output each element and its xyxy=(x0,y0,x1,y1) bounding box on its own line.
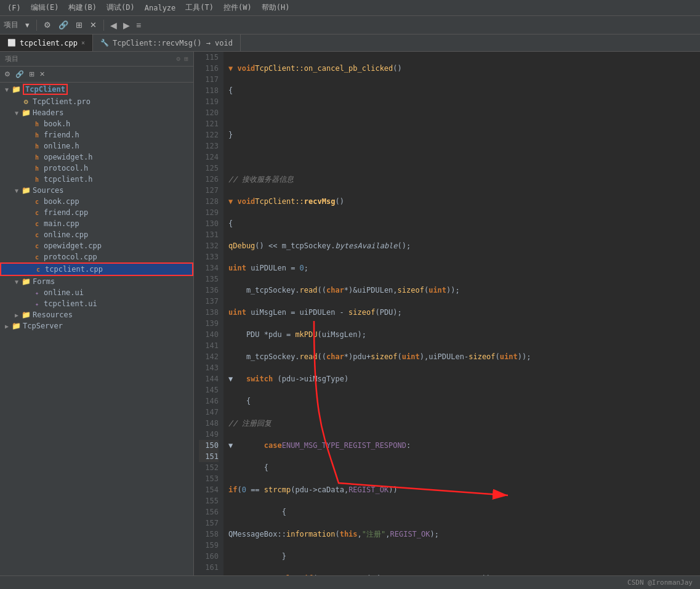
sidebar-collapse-btn[interactable]: ✕ xyxy=(38,70,47,79)
menu-help[interactable]: 帮助(H) xyxy=(257,1,295,14)
tree-label-tcpclient-h: tcpclient.h xyxy=(44,175,92,184)
code-editor[interactable]: 115 116 117 118 119 120 121 122 123 124 … xyxy=(194,52,700,575)
tree-icon-book-h: h xyxy=(32,121,42,128)
sidebar-filter-btn[interactable]: ⚙ xyxy=(2,70,12,79)
code-line-127: PDU *pdu = mkPDU(uiMsgLen); xyxy=(228,329,695,340)
tree-label-book-cpp: book.cpp xyxy=(44,197,79,206)
tree-item-sources[interactable]: ▼ 📁 Sources xyxy=(0,185,193,196)
tree-item-opewidget-cpp[interactable]: c opewidget.cpp xyxy=(0,240,193,251)
tree-icon-pro: ⚙ xyxy=(21,97,31,106)
tree-icon-tcpserver: 📁 xyxy=(11,322,21,330)
tree-icon-tcpclient-cpp: c xyxy=(33,266,43,273)
tree-arrow-tcpserver: ▶ xyxy=(2,323,11,330)
tree-label-friend-h: friend.h xyxy=(44,131,79,139)
tree-icon-tcpclient: 📁 xyxy=(11,85,21,94)
menu-debug[interactable]: 调试(D) xyxy=(102,1,140,14)
toolbar-grid-btn[interactable]: ⊞ xyxy=(73,19,86,31)
code-line-129: ▼ switch (pdu->uiMsgType) xyxy=(228,373,695,384)
tree-arrow-forms: ▼ xyxy=(12,278,21,285)
toolbar-dropdown-btn[interactable]: ▾ xyxy=(22,19,33,31)
nav-list-btn[interactable]: ≡ xyxy=(134,20,143,30)
code-line-120: // 接收服务器信息 xyxy=(228,174,695,185)
tree-item-online-cpp[interactable]: c online.cpp xyxy=(0,229,193,240)
tree-label-tcpclient: TcpClient xyxy=(23,84,68,95)
sidebar-header: 项目 ⚙ ⊞ xyxy=(0,52,193,67)
code-line-137: } xyxy=(228,551,695,562)
sidebar-header-icons: ⚙ ⊞ xyxy=(176,55,188,63)
tree-icon-online-h: h xyxy=(32,143,42,150)
tree-item-headers[interactable]: ▼ 📁 Headers xyxy=(0,107,193,118)
statusbar-text: CSDN @IronmanJay xyxy=(627,579,693,587)
tree-item-online-h[interactable]: h online.h xyxy=(0,140,193,152)
tree-item-tcpclient-h[interactable]: h tcpclient.h xyxy=(0,174,193,185)
tree-item-tcpclient-pro[interactable]: ⚙ TcpClient.pro xyxy=(0,96,193,107)
toolbar: 项目 ▾ ⚙ 🔗 ⊞ ✕ ◀ ▶ ≡ xyxy=(0,16,700,35)
toolbar-close-btn[interactable]: ✕ xyxy=(87,19,100,31)
toolbar-filter-btn[interactable]: ⚙ xyxy=(41,19,54,31)
tree-label-opewidget-h: opewidget.h xyxy=(44,153,92,161)
tab-recvmsg[interactable]: 🔧 TcpClient::recvMsg() → void xyxy=(93,35,241,51)
tab-tcpclient-cpp[interactable]: ⬜ tcpclient.cpp × xyxy=(0,35,93,51)
code-line-118: } xyxy=(228,129,695,140)
tree-label-online-h: online.h xyxy=(44,142,79,150)
tree-item-forms[interactable]: ▼ 📁 Forms xyxy=(0,276,193,287)
nav-next-btn[interactable]: ▶ xyxy=(121,20,132,30)
code-line-124: uint uiPDULen = 0; xyxy=(228,262,695,274)
tree-item-protocol-cpp[interactable]: c protocol.cpp xyxy=(0,251,193,262)
project-label: 项目 xyxy=(4,20,18,30)
tree-label-online-ui: online.ui xyxy=(44,288,84,297)
tree-item-tcpclient[interactable]: ▼ 📁 TcpClient xyxy=(0,83,193,96)
line-numbers: 115 116 117 118 119 120 121 122 123 124 … xyxy=(194,52,223,575)
tree-icon-tcpclient-h: h xyxy=(32,176,42,183)
menu-controls[interactable]: 控件(W) xyxy=(219,1,257,14)
tab-func-icon: 🔧 xyxy=(100,39,109,47)
tree-label-tcpserver: TcpServer xyxy=(23,322,63,330)
tree-item-book-h[interactable]: h book.h xyxy=(0,118,193,129)
menu-build[interactable]: 构建(B) xyxy=(63,1,102,14)
sidebar-toolbar: ⚙ 🔗 ⊞ ✕ xyxy=(0,67,193,83)
menu-file[interactable]: (F) xyxy=(2,2,26,14)
tree-item-tcpclient-cpp[interactable]: c tcpclient.cpp xyxy=(0,262,193,276)
sidebar-sync-btn[interactable]: 🔗 xyxy=(14,70,26,79)
menu-tools[interactable]: 工具(T) xyxy=(180,1,219,14)
code-line-132: ▼ case ENUM_MSG_TYPE_REGIST_RESPOND: xyxy=(228,440,695,451)
code-line-136: QMessageBox::information(this,"注册",REGIS… xyxy=(228,529,695,540)
menu-analyze[interactable]: Analyze xyxy=(140,2,181,14)
code-line-126: uint uiMsgLen = uiPDULen - sizeof(PDU); xyxy=(228,307,695,318)
tree-arrow-tcpclient: ▼ xyxy=(2,86,11,93)
tree-label-book-h: book.h xyxy=(44,120,70,128)
tree-arrow-headers: ▼ xyxy=(12,110,21,116)
tree-item-resources[interactable]: ▶ 📁 Resources xyxy=(0,309,193,320)
tree-item-tcpclient-ui[interactable]: ✦ tcpclient.ui xyxy=(0,298,193,309)
code-line-131: // 注册回复 xyxy=(228,418,695,429)
sidebar-expand-btn[interactable]: ⊞ xyxy=(27,70,36,79)
tree-label-tcpclient-ui: tcpclient.ui xyxy=(44,299,97,308)
code-line-121: ▼ void TcpClient::recvMsg() xyxy=(228,196,695,207)
tree-label-online-cpp: online.cpp xyxy=(44,230,88,239)
tree-icon-opewidget-cpp: c xyxy=(32,243,42,250)
code-line-133: { xyxy=(228,462,695,473)
toolbar-link-btn[interactable]: 🔗 xyxy=(55,19,71,31)
tree-item-book-cpp[interactable]: c book.cpp xyxy=(0,196,193,207)
tree-item-friend-h[interactable]: h friend.h xyxy=(0,129,193,140)
tree-item-opewidget-h[interactable]: h opewidget.h xyxy=(0,152,193,163)
menu-edit[interactable]: 编辑(E) xyxy=(26,1,64,14)
tree-item-protocol-h[interactable]: h protocol.h xyxy=(0,163,193,174)
code-line-138: ▼ else if(0 == strcmp(pdu->caData,REGIST… xyxy=(228,573,695,575)
tree-item-tcpserver[interactable]: ▶ 📁 TcpServer xyxy=(0,320,193,331)
tree-item-main-cpp[interactable]: c main.cpp xyxy=(0,218,193,229)
tree-icon-opewidget-h: h xyxy=(32,154,42,161)
tree-item-friend-cpp[interactable]: c friend.cpp xyxy=(0,207,193,218)
nav-prev-btn[interactable]: ◀ xyxy=(108,20,119,30)
tree-icon-tcpclient-ui: ✦ xyxy=(32,301,42,307)
tree-label-resources: Resources xyxy=(33,311,73,319)
tree-item-online-ui[interactable]: ✦ online.ui xyxy=(0,287,193,298)
tabbar: ⬜ tcpclient.cpp × 🔧 TcpClient::recvMsg()… xyxy=(0,35,700,52)
code-line-123: qDebug() << m_tcpSockey.bytesAvailable()… xyxy=(228,240,695,251)
tree-arrow-sources: ▼ xyxy=(12,187,21,194)
tree-label-forms: Forms xyxy=(33,277,55,286)
tab-close-btn[interactable]: × xyxy=(81,39,85,46)
tree-icon-book-cpp: c xyxy=(32,198,42,205)
code-line-134: if(0 == strcmp(pdu->caData,REGIST_OK)) xyxy=(228,484,695,495)
code-line-119 xyxy=(228,152,695,163)
